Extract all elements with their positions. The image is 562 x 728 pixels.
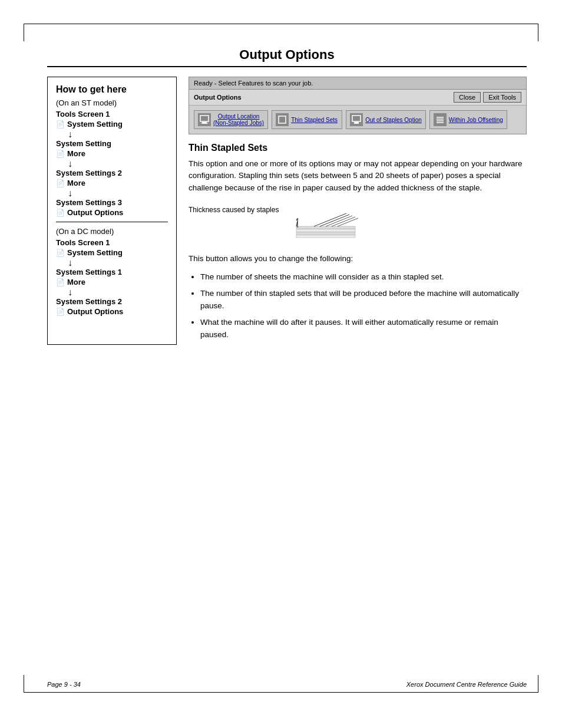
svg-rect-13 [296,235,355,238]
page-icon-2: 📄 [56,150,65,158]
page-border-top [24,24,538,24]
svg-rect-0 [200,116,209,121]
st-step-1-item: 📄 System Setting [56,120,168,129]
diagram-area: Thickness caused by staples [189,200,527,247]
svg-line-16 [332,217,355,226]
svg-rect-10 [296,226,355,229]
arrow-down-5: ↓ [68,288,168,297]
dc-step-2-item: 📄 More [56,278,168,286]
st-step-4-item: 📄 Output Options [56,208,168,217]
option-output-location-text: Output Location(Non-Stapled Jobs) [213,113,264,126]
page-border-right-bottom [538,675,538,693]
option-within-job-text: Within Job Offsetting [449,117,503,123]
page-icon-4: 📄 [56,209,65,217]
dc-step-1-label: Tools Screen 1 [56,238,168,247]
footer-left: Page 9 - 34 [47,681,81,688]
bullet-item-1: The number of sheets the machine will co… [200,271,527,284]
page-icon-5: 📄 [56,249,65,257]
st-step-1-label: Tools Screen 1 [56,110,168,118]
option-output-location[interactable]: Output Location(Non-Stapled Jobs) [194,110,268,129]
thin-stapled-icon [276,113,289,126]
st-step-1-sub: System Setting [67,120,123,129]
option-thin-stapled[interactable]: Thin Stapled Sets [272,110,342,129]
ui-toolbar-title: Output Options [194,94,242,101]
ui-screenshot: Ready - Select Features to scan your job… [189,77,527,134]
arrow-down-3: ↓ [68,189,168,198]
svg-rect-3 [279,116,286,123]
svg-rect-5 [354,122,359,124]
st-step-2-item: 📄 More [56,149,168,158]
option-out-of-staples-text: Out of Staples Option [365,117,422,123]
page-icon-6: 📄 [56,278,65,286]
st-step-3-sub: More [67,179,85,187]
option-within-job[interactable]: Within Job Offsetting [429,110,507,129]
staple-diagram [285,200,379,247]
out-of-staples-icon [350,113,363,126]
footer-right: Xerox Document Centre Reference Guide [406,681,527,688]
button-description: This button allows you to change the fol… [189,253,527,265]
page-border-right-top [538,24,538,41]
page-icon-3: 📄 [56,179,65,187]
close-button[interactable]: Close [454,92,481,103]
output-location-icon [198,113,211,126]
bullet-list: The number of sheets the machine will co… [189,271,527,341]
dc-model-section: (On a DC model) Tools Screen 1 📄 System … [56,227,168,316]
diagram-label: Thickness caused by staples [189,200,279,214]
svg-rect-4 [352,116,361,121]
intro-text: This option and one or more of its optio… [189,158,527,194]
page-border-bottom [24,692,538,693]
how-to-heading: How to get here [56,84,168,95]
ui-title-bar: Ready - Select Features to scan your job… [189,77,526,90]
svg-line-15 [326,216,352,226]
st-step-3-label: System Settings 2 [56,169,168,177]
page-icon-1: 📄 [56,120,65,129]
option-thin-stapled-text: Thin Stapled Sets [291,117,338,123]
bullet-item-3: What the machine will do after it pauses… [200,316,527,341]
dc-step-2-label: System Settings 1 [56,268,168,276]
dc-step-3-label: System Settings 2 [56,297,168,306]
st-step-2-sub: More [67,149,85,158]
bullet-item-2: The number of thin stapled sets that wil… [200,287,527,312]
exit-tools-button[interactable]: Exit Tools [483,92,521,103]
ui-options-grid: Output Location(Non-Stapled Jobs) Thin S… [189,106,526,134]
page-border-left-bottom [24,675,24,693]
how-to-sidebar: How to get here (On an ST model) Tools S… [47,77,177,345]
svg-line-17 [338,218,358,226]
dc-model-label: (On a DC model) [56,227,168,236]
footer: Page 9 - 34 Xerox Document Centre Refere… [47,681,527,688]
within-job-icon [434,113,447,126]
arrow-down-4: ↓ [68,258,168,268]
st-model-label: (On an ST model) [56,98,168,107]
st-step-4-label: System Settings 3 [56,198,168,207]
page-title: Output Options [47,47,527,67]
dc-step-3-item: 📄 Output Options [56,307,168,316]
st-step-4-sub: Output Options [67,208,123,217]
page-icon-7: 📄 [56,308,65,316]
arrow-down-2: ↓ [68,159,168,169]
dc-step-2-sub: More [67,278,85,286]
section-heading: Thin Stapled Sets [189,143,527,153]
st-model-section: (On an ST model) Tools Screen 1 📄 System… [56,98,168,217]
svg-rect-11 [296,229,355,232]
st-step-2-label: System Setting [56,139,168,148]
ui-toolbar: Output Options Close Exit Tools [189,90,526,106]
right-content: Ready - Select Features to scan your job… [189,77,527,345]
dc-step-1-sub: System Setting [67,248,123,257]
dc-step-1-item: 📄 System Setting [56,248,168,257]
page-border-left-top [24,24,24,41]
separator [56,222,168,222]
dc-step-3-sub: Output Options [67,307,123,316]
option-out-of-staples[interactable]: Out of Staples Option [346,110,426,129]
svg-line-14 [320,215,349,226]
st-step-3-item: 📄 More [56,179,168,187]
arrow-down-1: ↓ [68,130,168,139]
svg-rect-12 [296,232,355,235]
ui-buttons: Close Exit Tools [454,92,521,103]
